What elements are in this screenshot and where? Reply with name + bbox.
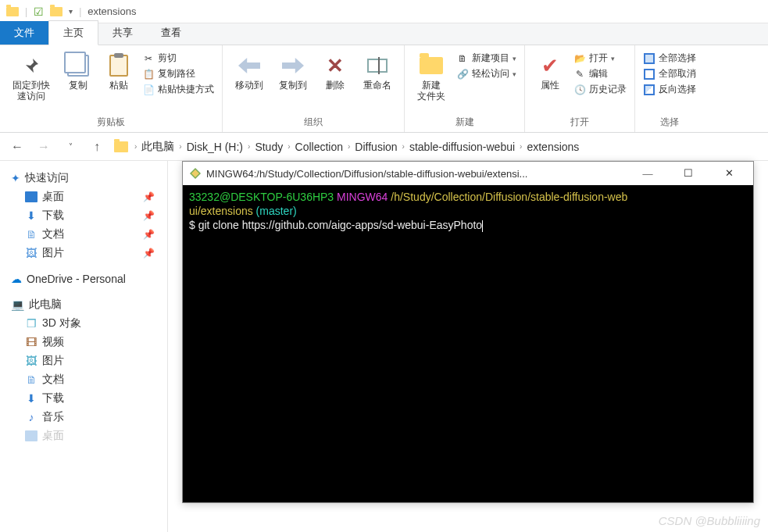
sidebar-item-pictures[interactable]: 🖼图片📌 xyxy=(0,244,167,262)
chevron-right-icon: › xyxy=(520,142,522,151)
window-titlebar: | ☑ ▾ | extensions xyxy=(0,0,768,23)
sidebar-item-pictures[interactable]: 🖼图片 xyxy=(0,352,167,370)
close-button[interactable]: ✕ xyxy=(711,162,747,185)
sidebar-item-videos[interactable]: 🎞视频 xyxy=(0,333,167,352)
breadcrumb-item[interactable]: stable-diffusion-webui xyxy=(409,141,515,153)
label: 桌面 xyxy=(42,429,64,443)
mingw-icon xyxy=(189,167,202,180)
breadcrumb-item[interactable]: 此电脑 xyxy=(141,140,174,154)
breadcrumb-item[interactable]: Diffusion xyxy=(355,141,397,153)
arrow-left-icon xyxy=(238,58,260,73)
paste-button[interactable]: 粘贴 xyxy=(102,52,136,92)
open-icon: 📂 xyxy=(573,52,586,65)
body: ✦快速访问 桌面📌 ⬇下载📌 🗎文档📌 🖼图片📌 ☁OneDrive - Per… xyxy=(0,161,768,532)
terminal-window: MINGW64:/h/Study/Collection/Diffusion/st… xyxy=(182,161,754,503)
pin-icon: 📌 xyxy=(143,210,155,221)
label: 删除 xyxy=(326,80,345,91)
sidebar-item-music[interactable]: ♪音乐 xyxy=(0,408,167,427)
sidebar-onedrive[interactable]: ☁OneDrive - Personal xyxy=(0,270,167,287)
ribbon: 固定到快 速访问 复制 粘贴 ✂剪切 📋复制路径 📄粘贴快捷方式 剪贴板 移动到 xyxy=(0,45,768,133)
breadcrumb-item[interactable]: extensions xyxy=(527,141,579,153)
properties-button[interactable]: ✔ 属性 xyxy=(533,52,567,92)
address-bar: ← → ˅ ↑ › 此电脑 › Disk_H (H:) › Study › Co… xyxy=(0,133,768,161)
sidebar-this-pc[interactable]: 💻此电脑 xyxy=(0,295,167,314)
delete-button[interactable]: ✕ 删除 xyxy=(318,52,352,92)
move-to-button[interactable]: 移动到 xyxy=(230,52,268,92)
edit-icon: ✎ xyxy=(573,68,586,80)
tab-file[interactable]: 文件 xyxy=(0,21,48,45)
folder-icon xyxy=(114,141,128,152)
label: 文档 xyxy=(42,227,64,241)
tab-share[interactable]: 共享 xyxy=(98,21,147,45)
sidebar-item-documents[interactable]: 🗎文档 xyxy=(0,370,167,389)
label: 历史记录 xyxy=(589,83,627,96)
terminal-command: git clone https://github.com/aigc-apps/s… xyxy=(198,219,482,231)
ribbon-tabs: 文件 主页 共享 查看 xyxy=(0,23,768,45)
cut-button[interactable]: ✂剪切 xyxy=(142,52,214,65)
select-none-button[interactable]: 全部取消 xyxy=(643,67,696,80)
rename-button[interactable]: 重命名 xyxy=(359,52,396,92)
sidebar-item-desktop[interactable]: 桌面 xyxy=(0,427,167,445)
label: 全部取消 xyxy=(659,67,696,80)
chevron-down-icon: ▾ xyxy=(513,55,516,62)
terminal-path: /h/Study/Collection/Diffusion/stable-dif… xyxy=(391,191,627,203)
check-icon: ✔ xyxy=(541,54,559,78)
back-button[interactable]: ← xyxy=(8,137,27,156)
chevron-right-icon: › xyxy=(288,142,290,151)
group-clipboard: 固定到快 速访问 复制 粘贴 ✂剪切 📋复制路径 📄粘贴快捷方式 剪贴板 xyxy=(0,45,223,132)
group-title: 打开 xyxy=(533,114,627,130)
select-none-icon xyxy=(643,68,655,80)
breadcrumb-item[interactable]: Collection xyxy=(295,141,343,153)
maximize-button[interactable]: ☐ xyxy=(670,162,706,185)
sidebar-item-documents[interactable]: 🗎文档📌 xyxy=(0,225,167,244)
label: 桌面 xyxy=(42,190,64,204)
select-all-button[interactable]: 全部选择 xyxy=(643,52,696,65)
tab-view[interactable]: 查看 xyxy=(147,21,195,45)
arrow-right-icon xyxy=(282,58,304,73)
label: 移动到 xyxy=(235,80,263,91)
edit-button[interactable]: ✎编辑 xyxy=(573,67,627,80)
breadcrumb-item[interactable]: Disk_H (H:) xyxy=(187,141,243,153)
check-icon[interactable]: ☑ xyxy=(34,5,44,18)
easy-access-button[interactable]: 🔗轻松访问▾ xyxy=(456,67,516,80)
pc-icon: 💻 xyxy=(11,298,24,311)
terminal-prompt: $ xyxy=(189,219,195,231)
pin-icon: 📌 xyxy=(143,229,155,240)
open-button[interactable]: 📂打开▾ xyxy=(573,52,627,65)
easy-access-icon: 🔗 xyxy=(456,68,469,80)
history-button[interactable]: 🕓历史记录 xyxy=(573,83,627,96)
terminal-body[interactable]: 33232@DESKTOP-6U36HP3 MINGW64 /h/Study/C… xyxy=(183,185,753,502)
copy-button[interactable]: 复制 xyxy=(61,52,95,92)
forward-button[interactable]: → xyxy=(34,137,53,156)
copy-path-button[interactable]: 📋复制路径 xyxy=(142,67,214,80)
chevron-down-icon: ▾ xyxy=(611,55,615,62)
label: 文档 xyxy=(42,373,64,387)
terminal-titlebar[interactable]: MINGW64:/h/Study/Collection/Diffusion/st… xyxy=(183,162,753,185)
sidebar-item-desktop[interactable]: 桌面📌 xyxy=(0,187,167,206)
recent-button[interactable]: ˅ xyxy=(61,137,80,156)
invert-selection-button[interactable]: 反向选择 xyxy=(643,83,696,96)
separator: | xyxy=(79,6,81,17)
label: 编辑 xyxy=(589,67,608,80)
dropdown-icon[interactable]: ▾ xyxy=(69,7,73,16)
up-button[interactable]: ↑ xyxy=(88,137,106,156)
new-folder-button[interactable]: 新建 文件夹 xyxy=(413,52,450,103)
breadcrumb[interactable]: › 此电脑 › Disk_H (H:) › Study › Collection… xyxy=(114,140,579,154)
sidebar-item-3d[interactable]: ❒3D 对象 xyxy=(0,314,167,333)
sidebar-quick-access[interactable]: ✦快速访问 xyxy=(0,169,167,187)
chevron-right-icon: › xyxy=(248,142,250,151)
paste-shortcut-button[interactable]: 📄粘贴快捷方式 xyxy=(142,83,214,96)
tab-home[interactable]: 主页 xyxy=(48,20,98,45)
group-title: 选择 xyxy=(643,114,696,130)
sidebar-item-downloads[interactable]: ⬇下载 xyxy=(0,389,167,408)
minimize-button[interactable]: — xyxy=(630,162,666,185)
chevron-right-icon: › xyxy=(134,142,137,151)
copy-to-button[interactable]: 复制到 xyxy=(274,52,312,92)
pin-to-quick-access-button[interactable]: 固定到快 速访问 xyxy=(8,52,55,103)
label: 轻松访问 xyxy=(472,67,509,80)
breadcrumb-item[interactable]: Study xyxy=(255,141,283,153)
sidebar-item-downloads[interactable]: ⬇下载📌 xyxy=(0,206,167,225)
group-new: 新建 文件夹 🗎新建项目▾ 🔗轻松访问▾ 新建 xyxy=(405,45,525,132)
terminal-line: ui/extensions (master) xyxy=(189,204,747,218)
new-item-button[interactable]: 🗎新建项目▾ xyxy=(456,52,516,65)
